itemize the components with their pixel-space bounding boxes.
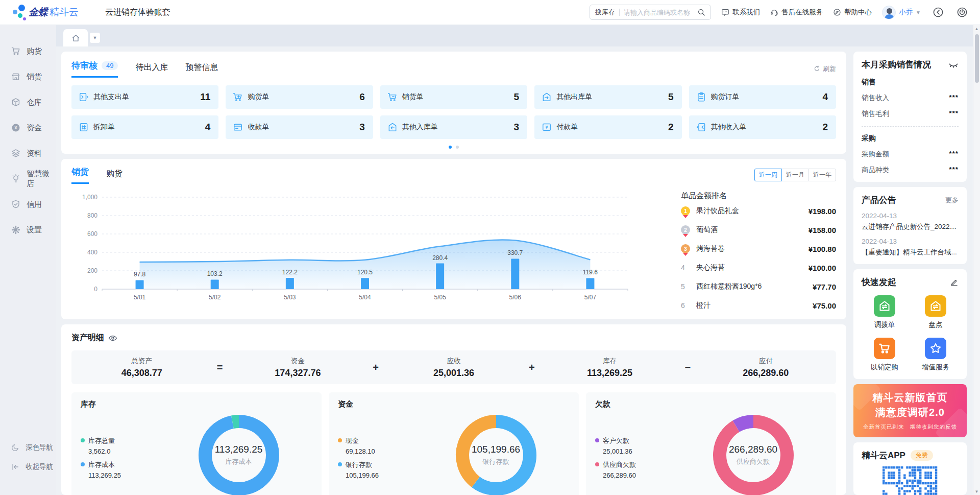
inventory-search[interactable]: 搜库存 [590,5,711,20]
todo-card-purchase-order[interactable]: 购货单6 [226,85,373,109]
payable-total: 应付266,289.60 [695,357,836,379]
username: 小乔 [899,8,913,17]
sidebar-item-smart-store[interactable]: 智慧微店 [0,166,56,192]
legend-supplier-debt: 供应商欠款266,289.60 [595,460,679,479]
vertical-scrollbar[interactable]: ▲ ▼ [973,25,980,495]
search-category[interactable]: 搜库存 [595,8,615,17]
todo-card-other-income[interactable]: 其他收入单2 [689,115,836,139]
rank-row-5[interactable]: 5西红柿意粉酱190g*6¥77.70 [681,278,836,295]
sidebar-item-settings[interactable]: 设置 [0,217,56,243]
todo-card-receipt[interactable]: 收款单3 [226,115,373,139]
back-button[interactable] [931,6,945,19]
tab-pending-audit[interactable]: 待审核 49 [71,60,118,78]
after-sales-service-link[interactable]: 售后在线服务 [770,8,823,17]
todo-card-other-expense[interactable]: 其他支出单11 [71,85,218,109]
legend-inventory-cost: 库存成本113,269.25 [81,460,165,479]
todo-card-purchase-request[interactable]: 购货订单4 [689,85,836,109]
range-last-week[interactable]: 近一周 [754,169,782,181]
right-column: 本月采购销售情况 销售 销售收入*** 销售毛利*** 采购 采购金额*** 商… [853,52,967,495]
gold-medal-icon: 1 [681,206,690,216]
range-last-year[interactable]: 近一年 [808,169,836,181]
yen-circle-icon [11,123,20,132]
sidebar-item-credit[interactable]: 信用 [0,192,56,217]
eye-closed-icon[interactable] [948,60,959,70]
assets-title: 资产明细 [71,333,104,343]
news-item-2[interactable]: 【重要通知】精斗云工作台域... [862,248,959,257]
scrollbar-thumb[interactable] [975,34,979,83]
scroll-up-arrow[interactable]: ▲ [973,25,980,32]
svg-text:5/06: 5/06 [509,294,522,301]
pagination-dot-1[interactable] [449,146,452,149]
todo-card-disassembly[interactable]: 拆卸单4 [71,115,218,139]
help-center-link[interactable]: 帮助中心 [833,8,872,17]
collapse-nav-button[interactable]: 收起导航 [0,457,56,477]
contact-us-link[interactable]: 联系我们 [721,8,760,17]
svg-text:400: 400 [87,249,97,256]
app-logo[interactable]: 金蝶 精斗云 [11,4,87,21]
moon-icon [11,443,19,452]
logout-button[interactable] [955,6,969,19]
doc-hash-icon [79,122,89,132]
stocktake-house-icon [929,300,942,312]
search-icon[interactable] [697,8,705,16]
rank-row-6[interactable]: 6橙汁¥75.00 [681,297,836,314]
news-date-2: 2022-04-13 [862,238,959,245]
trend-card: 销货 购货 近一周 近一月 近一年 02004006008001,000 97.… [61,159,846,319]
gear-icon [11,225,20,234]
debt-donut-chart [710,412,796,495]
scroll-down-arrow[interactable]: ▼ [973,488,980,495]
debt-panel: 欠款 客户欠款25,001.36 供应商欠款266,289.60 266,2 [586,392,836,495]
assets-detail-card: 资产明细 总资产46,308.77 = 资金174,327.76 + 应收25,… [61,324,846,495]
news-item-1[interactable]: 云进销存产品更新公告_20220... [862,222,959,231]
survey-banner[interactable]: 精斗云新版首页 满意度调研2.0 全新首页已到来 期待收到您的反馈 [853,384,967,437]
divider [862,126,959,127]
quick-value-added-service[interactable]: 增值服务 [922,338,949,372]
tab-list-dropdown[interactable]: ▼ [90,33,100,43]
cart-minus-icon [387,92,398,102]
todo-card-other-inbound[interactable]: 其他入库单3 [380,115,527,139]
rank-row-4[interactable]: 4夹心海苔¥100.00 [681,259,836,276]
tab-sales-trend[interactable]: 销货 [71,166,89,184]
rank-row-1[interactable]: 1果汁饮品礼盒¥198.00 [681,202,836,220]
more-link[interactable]: 更多 [945,196,959,205]
todo-grid: 其他支出单11 购货单6 销货单5 其他出库单5 购货订单4 拆卸单4 收款单3… [71,85,836,139]
inventory-donut-chart [196,412,282,495]
sidebar-item-purchase[interactable]: 购货 [0,38,56,64]
quick-purchase-by-sales[interactable]: 以销定购 [871,338,898,372]
user-menu[interactable]: 小乔 ▼ [882,6,921,19]
cart-icon [878,342,891,355]
todo-card-other-outbound[interactable]: 其他出库单5 [534,85,681,109]
star-icon [929,342,942,355]
quick-transfer-order[interactable]: 调拨单 [874,295,895,329]
dark-nav-toggle[interactable]: 深色导航 [0,438,56,457]
page-tabstrip: ▼ [56,25,980,46]
range-last-month[interactable]: 近一月 [781,169,809,181]
tab-purchase-trend[interactable]: 购货 [106,169,122,184]
refresh-button[interactable]: 刷新 [814,64,836,74]
sidebar-item-sales[interactable]: 销货 [0,64,56,89]
app-panel: 精斗云APP 免费 [853,442,967,495]
tab-warning-info[interactable]: 预警信息 [185,62,218,78]
quick-stocktake[interactable]: 盘点 [925,295,946,329]
svg-text:122.2: 122.2 [282,269,298,276]
eye-icon[interactable] [108,334,117,343]
sidebar-item-warehouse[interactable]: 仓库 [0,89,56,115]
rank-row-3[interactable]: 3烤海苔卷¥100.80 [681,240,836,257]
sidebar-item-master-data[interactable]: 资料 [0,140,56,166]
tab-pending-inout[interactable]: 待出入库 [135,62,168,78]
todo-card-payment[interactable]: 付款单2 [534,115,681,139]
pagination-dot-2[interactable] [456,146,459,149]
sidebar-item-funds[interactable]: 资金 [0,115,56,140]
product-announcement-panel: 产品公告 更多 2022-04-13 云进销存产品更新公告_20220... 2… [853,187,967,264]
free-badge: 免费 [911,450,933,461]
tab-home[interactable] [63,29,88,46]
search-input[interactable] [624,9,693,16]
avatar [882,6,896,19]
news-date-1: 2022-04-13 [862,212,959,220]
cube-icon [11,98,20,107]
pencil-icon[interactable] [950,278,959,287]
purchase-amount-row: 采购金额*** [862,150,959,159]
todo-card-sales-order[interactable]: 销货单5 [380,85,527,109]
rank-row-2[interactable]: 2葡萄酒¥158.00 [681,221,836,239]
operator-equals: = [212,362,228,373]
